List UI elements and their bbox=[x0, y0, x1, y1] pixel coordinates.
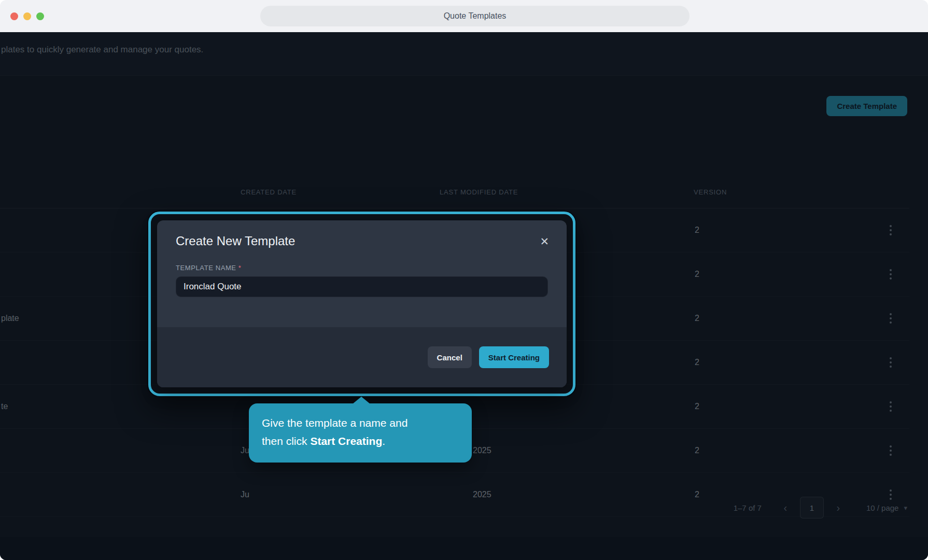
window-close-button[interactable] bbox=[10, 12, 18, 20]
tooltip-text: Give the template a name and then click … bbox=[249, 403, 472, 450]
window-title: Quote Templates bbox=[444, 11, 507, 21]
window-title-pill: Quote Templates bbox=[260, 6, 690, 26]
start-creating-button[interactable]: Start Creating bbox=[479, 346, 549, 368]
template-name-input[interactable] bbox=[176, 276, 548, 297]
required-asterisk: * bbox=[238, 264, 242, 272]
create-template-modal: Create New Template ✕ TEMPLATE NAME* Can… bbox=[157, 220, 567, 387]
modal-title: Create New Template bbox=[176, 234, 548, 248]
macos-titlebar: Quote Templates bbox=[0, 0, 928, 32]
modal-footer: Cancel Start Creating bbox=[157, 327, 567, 387]
onboarding-highlight-ring: Create New Template ✕ TEMPLATE NAME* Can… bbox=[148, 212, 575, 396]
modal-header: Create New Template ✕ bbox=[157, 220, 567, 248]
window-zoom-button[interactable] bbox=[36, 12, 44, 20]
cancel-button[interactable]: Cancel bbox=[428, 346, 472, 368]
close-icon[interactable]: ✕ bbox=[540, 236, 549, 247]
app-window: Quote Templates plates to quickly genera… bbox=[0, 0, 928, 560]
window-minimize-button[interactable] bbox=[23, 12, 31, 20]
onboarding-tooltip: Give the template a name and then click … bbox=[249, 403, 472, 463]
tooltip-arrow-icon bbox=[353, 397, 370, 404]
template-name-label: TEMPLATE NAME* bbox=[176, 264, 548, 272]
